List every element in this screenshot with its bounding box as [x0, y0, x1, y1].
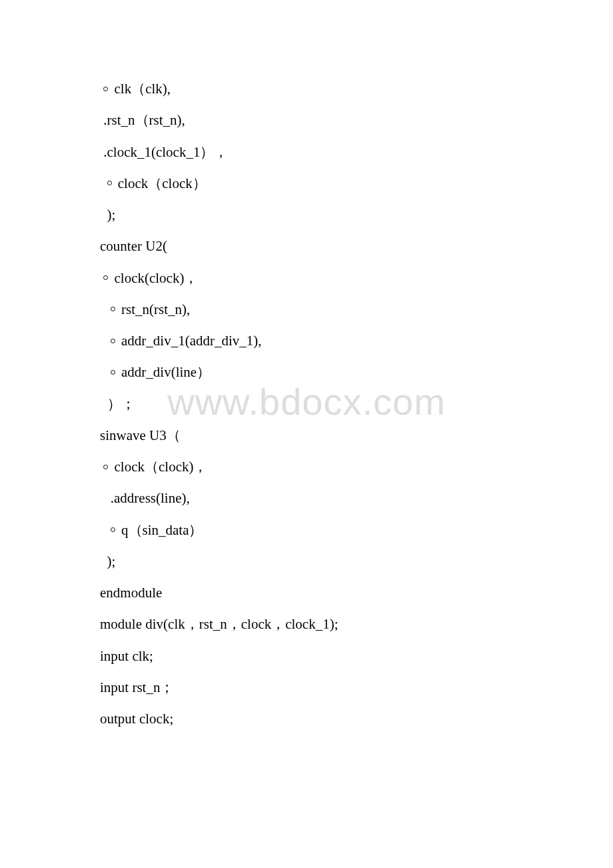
- code-line: );: [100, 199, 513, 231]
- code-line: counter U2(: [100, 231, 513, 262]
- dot-icon: [111, 339, 115, 343]
- code-text: addr_div_1(addr_div_1),: [118, 333, 262, 349]
- code-line: .clock_1(clock_1），: [100, 137, 513, 168]
- dot-icon: [103, 87, 108, 91]
- code-text: endmodule: [100, 585, 162, 601]
- code-text: ）；: [100, 396, 135, 412]
- code-text: counter U2(: [100, 238, 167, 254]
- code-text: .address(line),: [100, 490, 190, 506]
- dot-icon: [111, 527, 115, 532]
- code-text: clock（clock）: [115, 175, 207, 191]
- code-line: input clk;: [100, 641, 513, 672]
- code-line: .rst_n（rst_n),: [100, 105, 513, 136]
- code-text: );: [100, 207, 115, 223]
- code-line: q（sin_data）: [100, 515, 513, 546]
- code-text: .rst_n（rst_n),: [100, 112, 185, 128]
- code-line: clock(clock)，: [100, 263, 513, 294]
- code-text: output clock;: [100, 711, 173, 727]
- code-line: output clock;: [100, 703, 513, 735]
- code-text: input rst_n；: [100, 679, 174, 695]
- dot-icon: [107, 181, 112, 185]
- dot-icon: [103, 465, 108, 469]
- code-line: clock（clock)，: [100, 451, 513, 483]
- code-text: .clock_1(clock_1），: [100, 144, 228, 160]
- code-line: clock（clock）: [100, 168, 513, 199]
- code-text: );: [100, 553, 115, 569]
- code-line: module div(clk，rst_n，clock，clock_1);: [100, 609, 513, 640]
- code-line: ）；: [100, 389, 513, 420]
- code-text: q（sin_data）: [118, 522, 203, 538]
- code-text: rst_n(rst_n),: [118, 301, 191, 317]
- code-text: sinwave U3（: [100, 427, 181, 443]
- code-text: input clk;: [100, 648, 153, 664]
- dot-icon: [111, 370, 115, 375]
- code-text: clock（clock)，: [111, 459, 207, 475]
- code-line: clk（clk),: [100, 73, 513, 105]
- code-line: sinwave U3（: [100, 420, 513, 451]
- code-text: clk（clk),: [111, 81, 171, 97]
- code-text: module div(clk，rst_n，clock，clock_1);: [100, 616, 338, 632]
- code-text: clock(clock)，: [111, 270, 198, 286]
- code-line: );: [100, 546, 513, 577]
- code-text: addr_div(line）: [118, 364, 211, 380]
- code-line: rst_n(rst_n),: [100, 294, 513, 325]
- dot-icon: [103, 275, 108, 280]
- code-line: addr_div(line）: [100, 357, 513, 388]
- code-line: endmodule: [100, 577, 513, 609]
- code-line: addr_div_1(addr_div_1),: [100, 325, 513, 357]
- code-line: input rst_n；: [100, 672, 513, 703]
- code-line: .address(line),: [100, 483, 513, 514]
- code-document: clk（clk), .rst_n（rst_n), .clock_1(clock_…: [0, 0, 613, 735]
- dot-icon: [111, 307, 115, 311]
